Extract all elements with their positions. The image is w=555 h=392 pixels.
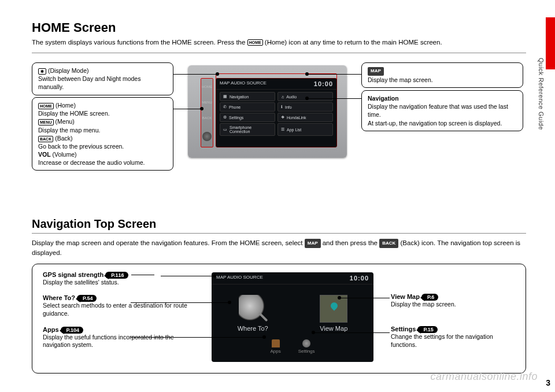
side-tab xyxy=(546,17,555,69)
page-ref: P.54 xyxy=(77,295,97,302)
tile-view-map: View Map xyxy=(320,295,347,332)
map-icon: MAP xyxy=(368,67,384,76)
page-ref: P.104 xyxy=(61,327,83,334)
section-title-nav-top: Navigation Top Screen xyxy=(32,217,526,231)
home-icon: HOME xyxy=(247,39,263,46)
callout-display-mode: ✱ (Display Mode) Switch between Day and … xyxy=(32,62,173,95)
tile-phone: ✆Phone xyxy=(220,102,275,112)
nav-screen-mockup: MAP AUDIO SOURCE 10:00 Where To? View Ma… xyxy=(212,272,373,362)
menu-icon: MENU xyxy=(38,119,54,125)
item-where-to: Where To? P.54 Select search methods to … xyxy=(43,294,199,317)
search-icon xyxy=(239,295,267,323)
nav-top-diagram: GPS signal strength P.116 Display the sa… xyxy=(32,264,526,373)
tile-where-to: Where To? xyxy=(238,295,268,332)
item-gps: GPS signal strength P.116 Display the sa… xyxy=(43,271,199,287)
back-icon: BACK xyxy=(379,239,398,248)
tile-applist: ☰App List xyxy=(278,123,333,136)
tile-hondalink: ❖HondaLink xyxy=(278,113,333,122)
tile-smartphone: ▭Smartphone Connection xyxy=(220,123,275,136)
tile-settings: ⚙Settings xyxy=(220,113,275,122)
map-icon xyxy=(320,295,347,323)
device-side-buttons: HOME MENU BACK xyxy=(201,78,213,147)
tile-settings-small: Settings xyxy=(298,339,315,354)
home-icon: HOME xyxy=(38,103,54,109)
page-ref: P.6 xyxy=(421,294,438,301)
callout-map: MAP Display the map screen. xyxy=(361,62,523,88)
side-label: Quick Reference Guide xyxy=(538,58,545,130)
page-ref: P.116 xyxy=(105,272,128,279)
item-view-map: View Map P.6 Display the map screen. xyxy=(391,293,512,309)
tile-apps-small: Apps xyxy=(270,339,280,354)
map-icon: MAP xyxy=(305,239,321,248)
brightness-icon: ✱ xyxy=(38,68,46,75)
callout-side-buttons: HOME (Home) Display the HOME screen. MEN… xyxy=(32,97,173,171)
device-mockup: HOME MENU BACK MAP AUDIO SOURCE 10:00 ▦N… xyxy=(188,65,347,158)
tile-info: ℹInfo xyxy=(278,102,333,112)
intro-text: The system displays various functions fr… xyxy=(32,38,526,47)
nav-top-intro: Display the map screen and operate the n… xyxy=(32,238,526,257)
back-icon: BACK xyxy=(38,136,53,142)
callout-navigation: Navigation Display the navigation featur… xyxy=(361,90,523,131)
tile-navigation: ▦Navigation xyxy=(220,92,275,101)
volume-knob-icon xyxy=(202,132,212,141)
item-settings: Settings P.15 Change the settings for th… xyxy=(391,326,512,349)
page-ref: P.15 xyxy=(417,326,437,333)
device-screen: MAP AUDIO SOURCE 10:00 ▦Navigation ♫Audi… xyxy=(216,78,337,147)
page-title: HOME Screen xyxy=(32,20,526,35)
watermark: carmanualsonline.info xyxy=(430,371,538,383)
home-screen-diagram: ✱ (Display Mode) Switch between Day and … xyxy=(32,62,526,213)
page-number: 3 xyxy=(546,378,550,387)
item-apps: Apps P.104 Display the useful functions … xyxy=(43,326,199,349)
